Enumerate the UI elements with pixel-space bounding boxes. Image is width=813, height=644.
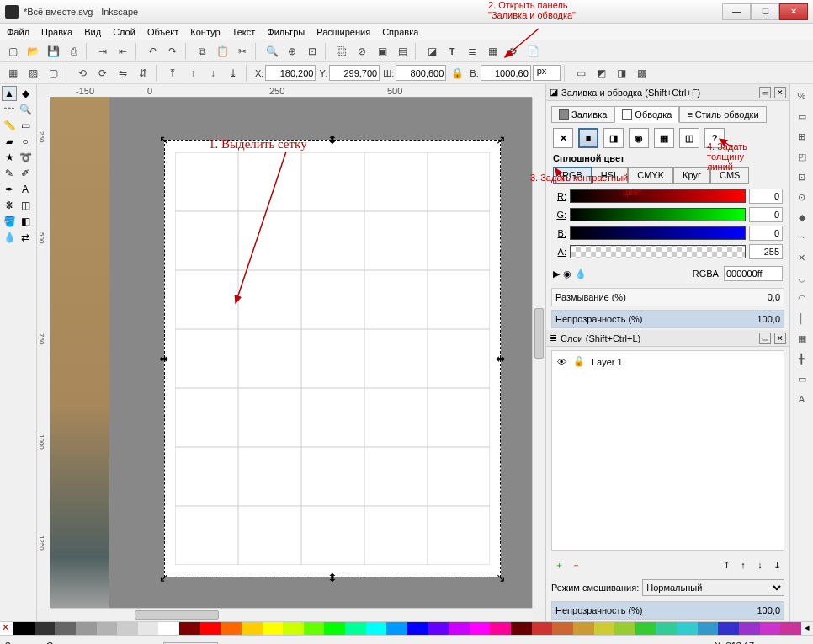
palette-swatch[interactable] [677,622,698,635]
palette-swatch[interactable] [573,622,594,635]
minimize-button[interactable]: — [722,3,751,20]
print-icon[interactable]: ⎙ [64,42,82,61]
snap-node-icon[interactable]: ◆ [794,209,810,226]
remove-layer-icon[interactable]: － [568,557,583,572]
bucket-tool[interactable]: 🪣 [2,214,17,229]
snap-line-icon[interactable]: │ [794,310,810,327]
menu-path[interactable]: Контур [190,27,220,37]
opacity-row[interactable]: Непрозрачность (%)100,0 [551,310,784,328]
docprops-icon[interactable]: 📄 [523,42,542,61]
layer-down-icon[interactable]: ↓ [752,557,768,572]
mode-hsl[interactable]: HSL [592,167,628,184]
sel-layers-icon[interactable]: ▨ [24,64,42,82]
g-input[interactable] [749,207,783,222]
node-tool[interactable]: ◆ [18,86,33,101]
menu-view[interactable]: Вид [84,27,101,37]
status-lock-icon[interactable]: 🔒 [140,641,158,645]
layers-min-icon[interactable]: ▭ [759,333,771,344]
sel-all-icon[interactable]: ▦ [3,64,22,82]
zoom-draw-icon[interactable]: ⊕ [283,42,301,61]
lock-layer-icon[interactable]: 🔓 [573,356,585,367]
handle-se[interactable]: ↘ [495,572,507,583]
clone-icon[interactable]: ⿻ [332,42,351,61]
paint-linear[interactable]: ◨ [603,128,624,148]
snap-center-icon[interactable]: ⊙ [794,189,810,205]
palette-swatch[interactable] [324,622,345,635]
select-tool[interactable]: ▲ [2,86,17,101]
zoom-sel-icon[interactable]: 🔍 [263,42,281,61]
mode-wheel[interactable]: Круг [673,167,710,184]
palette-swatch[interactable] [449,622,470,635]
palette-swatch[interactable] [594,622,615,635]
menu-object[interactable]: Объект [147,27,178,37]
palette-swatch[interactable] [614,622,635,635]
palette-swatch[interactable] [366,622,387,635]
paint-radial[interactable]: ◉ [629,128,649,148]
connector-tool[interactable]: ⇄ [18,230,33,245]
dropper-icon[interactable]: 💧 [575,269,587,279]
palette-swatch[interactable] [428,622,449,635]
tab-stroke[interactable]: Обводка [614,106,679,123]
snap-cusp-icon[interactable]: ◠ [794,290,810,306]
lower-icon[interactable]: ↓ [204,64,222,82]
palette-swatch[interactable] [117,622,138,635]
snap-path-icon[interactable]: 〰 [794,229,810,246]
layer-top-icon[interactable]: ⤒ [719,557,734,572]
calligraphy-tool[interactable]: ✒ [2,182,17,197]
palette-swatch[interactable] [635,622,656,635]
handle-s[interactable]: ⬍ [327,572,338,583]
snap-bbox-icon[interactable]: ▭ [794,108,810,125]
align-icon[interactable]: ▦ [483,42,502,61]
menu-layer[interactable]: Слой [113,27,136,37]
3dbox-tool[interactable]: ▰ [2,134,17,149]
layer-opacity-row[interactable]: Непрозрачность (%)100,0 [551,601,784,620]
flip-h-icon[interactable]: ⇋ [114,64,132,82]
palette-swatch[interactable] [138,622,159,635]
handle-w[interactable]: ⬌ [158,353,170,365]
ungroup-icon[interactable]: ▤ [393,42,412,61]
palette-menu-icon[interactable]: ◂ [801,622,813,635]
ellipse-tool[interactable]: ○ [18,134,33,149]
affect-corners-icon[interactable]: ◩ [592,64,610,82]
paint-pattern[interactable]: ▦ [654,128,674,148]
zoom-tool[interactable]: 🔍 [18,102,33,117]
paint-unknown[interactable]: ? [704,128,725,148]
snap-corner-icon[interactable]: ◰ [794,148,810,165]
blend-select[interactable]: Нормальный [642,579,784,596]
rect-tool[interactable]: ▭ [18,118,33,133]
handle-ne[interactable]: ↗ [495,134,507,146]
stroke-tool-icon[interactable]: ◉ [563,269,571,279]
menu-filters[interactable]: Фильтры [267,27,305,37]
h-input[interactable] [481,65,531,81]
palette-swatch[interactable] [158,622,179,635]
bezier-tool[interactable]: ✐ [18,166,33,181]
flip-v-icon[interactable]: ⇵ [134,64,152,82]
snap-text-icon[interactable]: A [794,391,810,407]
tab-fill[interactable]: Заливка [551,106,614,123]
measure-tool[interactable]: 📏 [2,118,17,133]
affect-pattern-icon[interactable]: ▩ [632,64,651,82]
eye-icon[interactable]: 👁 [557,357,566,367]
handle-n[interactable]: ⬍ [327,134,338,146]
mode-rgb[interactable]: RGB [553,167,592,184]
tab-stroke-style[interactable]: ≡Стиль обводки [679,106,766,123]
palette-swatch[interactable] [263,622,284,635]
palette-swatch[interactable] [283,622,304,635]
prefs-icon[interactable]: ⚙ [503,42,522,61]
g-slider[interactable] [570,208,746,221]
palette-swatch[interactable] [780,622,801,635]
r-input[interactable] [749,189,783,204]
handle-e[interactable]: ⬌ [495,353,507,365]
menu-edit[interactable]: Правка [41,27,72,37]
snap-guide-icon[interactable]: ╋ [794,350,810,367]
import-icon[interactable]: ⇥ [93,42,112,61]
rotate-cw-icon[interactable]: ⟳ [93,64,112,82]
a-input[interactable] [749,244,783,259]
palette-swatch[interactable] [760,622,781,635]
layer-row[interactable]: 👁 🔓 Layer 1 [555,354,780,369]
snap-intersect-icon[interactable]: ✕ [794,249,810,266]
vertical-scrollbar[interactable] [532,98,545,608]
palette-swatch[interactable] [242,622,263,635]
open-icon[interactable]: 📂 [24,42,42,61]
r-slider[interactable] [570,189,746,203]
